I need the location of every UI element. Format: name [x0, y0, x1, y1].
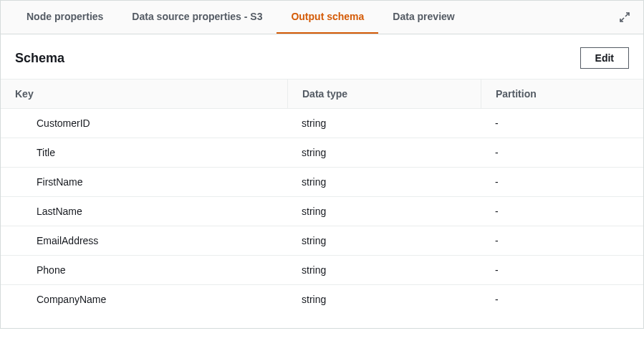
table-header: Key Data type Partition — [1, 79, 643, 109]
cell-type: string — [287, 138, 481, 167]
expand-icon[interactable] — [619, 11, 630, 23]
table-row: Phone string - — [1, 256, 643, 285]
column-header-partition: Partition — [481, 80, 643, 108]
table-row: CustomerID string - — [1, 109, 643, 138]
edit-button[interactable]: Edit — [580, 47, 629, 69]
cell-key: LastName — [1, 197, 287, 226]
cell-key: CompanyName — [1, 285, 287, 314]
tabs-bar: Node properties Data source properties -… — [1, 1, 643, 34]
cell-type: string — [287, 109, 481, 138]
table-row: LastName string - — [1, 197, 643, 226]
tab-data-preview[interactable]: Data preview — [378, 1, 468, 34]
cell-type: string — [287, 226, 481, 255]
table-row: CompanyName string - — [1, 285, 643, 314]
cell-partition: - — [481, 256, 643, 284]
tab-data-source-properties[interactable]: Data source properties - S3 — [117, 1, 277, 34]
cell-type: string — [287, 256, 481, 284]
cell-partition: - — [481, 138, 643, 167]
table-body: CustomerID string - Title string - First… — [1, 109, 643, 328]
cell-partition: - — [481, 285, 643, 314]
cell-key: EmailAddress — [1, 226, 287, 255]
schema-panel: Node properties Data source properties -… — [0, 0, 644, 329]
table-row: EmailAddress string - — [1, 226, 643, 256]
table-row: FirstName string - — [1, 168, 643, 197]
cell-partition: - — [481, 168, 643, 196]
column-header-key: Key — [1, 80, 287, 108]
cell-key: Phone — [1, 256, 287, 284]
tab-output-schema[interactable]: Output schema — [277, 1, 378, 34]
column-header-type: Data type — [287, 80, 481, 108]
cell-key: FirstName — [1, 168, 287, 196]
tab-node-properties[interactable]: Node properties — [12, 1, 117, 34]
cell-partition: - — [481, 109, 643, 138]
schema-title: Schema — [15, 51, 64, 66]
cell-key: Title — [1, 138, 287, 167]
cell-type: string — [287, 168, 481, 196]
schema-header: Schema Edit — [1, 34, 643, 79]
cell-partition: - — [481, 226, 643, 255]
cell-key: CustomerID — [1, 109, 287, 138]
schema-table: Key Data type Partition CustomerID strin… — [1, 79, 643, 328]
cell-type: string — [287, 285, 481, 314]
cell-partition: - — [481, 197, 643, 226]
table-row: Title string - — [1, 138, 643, 168]
cell-type: string — [287, 197, 481, 226]
